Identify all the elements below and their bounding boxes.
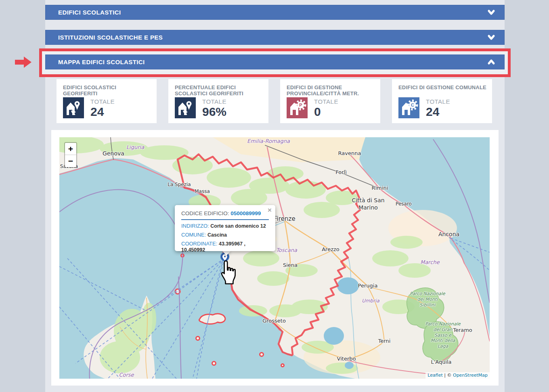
stat-title: EDIFICI DI GESTIONE PROVINCIALE/CITTÀ ME… <box>280 79 380 97</box>
totale-label: TOTALE <box>202 98 226 105</box>
popup-comune-row: COMUNE: Cascina <box>181 232 269 238</box>
totale-value: 96% <box>202 105 226 119</box>
red-arrow-annotation <box>15 56 31 68</box>
totale-value: 24 <box>426 105 439 119</box>
popup-coordinate-row: COORDINATE: 43.395967 , 10.450992 <box>181 241 269 253</box>
red-highlight-box: MAPPA EDIFICI SCOLASTICI <box>39 48 511 77</box>
popup-code-row: CODICE EDIFICIO: 0500089999 <box>181 210 269 220</box>
leaflet-map[interactable]: GenovaSavonaLiguriaEmilia-RomagnaLa Spez… <box>59 137 490 379</box>
stat-title: EDIFICI DI GESTIONE COMUNALE <box>392 79 492 90</box>
stat-card-gestione-comunale: EDIFICI DI GESTIONE COMUNALE C TOTALE 24 <box>392 79 492 123</box>
stat-card-gestione-provinciale: EDIFICI DI GESTIONE PROVINCIALE/CITTÀ ME… <box>280 79 380 123</box>
totale-label: TOTALE <box>426 98 450 105</box>
stat-title: EDIFICI SCOLASTICI GEORIFERITI <box>57 79 157 97</box>
accordion-edifici-scolastici[interactable]: EDIFICI SCOLASTICI <box>45 5 505 20</box>
leaflet-link[interactable]: Leaflet <box>427 373 442 378</box>
stat-card-percentuale: PERCENTUALE EDIFICI SCOLASTICI GEORIFERI… <box>168 79 268 123</box>
totale-label: TOTALE <box>90 98 115 105</box>
stat-card-georiferiti: EDIFICI SCOLASTICI GEORIFERITI TOTALE 24 <box>57 79 157 123</box>
popup-indirizzo-row: INDIRIZZO: Corte san domenico 12 <box>181 223 269 229</box>
chevron-down-icon <box>486 8 496 18</box>
codice-edificio-label: CODICE EDIFICIO: <box>181 210 230 216</box>
zoom-in-button[interactable]: + <box>65 143 76 155</box>
hand-cursor-icon <box>219 259 238 285</box>
accordion-label: ISTITUZIONI SCOLASTICHE E PES <box>46 34 163 41</box>
chevron-down-icon <box>486 34 496 43</box>
accordion-mappa-edifici-scolastici[interactable]: MAPPA EDIFICI SCOLASTICI <box>45 55 505 69</box>
map-popup: × CODICE EDIFICIO: 0500089999 INDIRIZZO:… <box>175 205 275 251</box>
chevron-up-icon <box>486 58 496 68</box>
map-zoom-control: + − <box>64 142 77 168</box>
zoom-out-button[interactable]: − <box>65 155 76 167</box>
accordion-istituzioni-scolastiche[interactable]: ISTITUZIONI SCOLASTICHE E PES <box>45 30 505 45</box>
totale-value: 0 <box>314 105 321 119</box>
building-pin-icon <box>175 97 196 118</box>
codice-edificio-link[interactable]: 0500089999 <box>230 210 261 216</box>
map-attribution: Leaflet | © OpenStreetMap <box>425 372 490 379</box>
map-card: GenovaSavonaLiguriaEmilia-RomagnaLa Spez… <box>51 130 499 386</box>
popup-close-icon[interactable]: × <box>268 206 272 214</box>
openstreetmap-link[interactable]: OpenStreetMap <box>453 373 488 378</box>
totale-label: TOTALE <box>314 98 338 105</box>
building-pin-icon <box>63 97 84 118</box>
building-gear-icon: C <box>398 97 419 118</box>
totale-value: 24 <box>90 105 104 119</box>
accordion-label: MAPPA EDIFICI SCOLASTICI <box>46 59 145 65</box>
stat-title: PERCENTUALE EDIFICI SCOLASTICI GEORIFERI… <box>168 79 268 97</box>
svg-text:P: P <box>299 103 302 107</box>
building-gear-icon: P <box>287 97 308 118</box>
map-base-layer <box>59 137 490 379</box>
accordion-label: EDIFICI SCOLASTICI <box>46 9 121 16</box>
page: EDIFICI SCOLASTICI ISTITUZIONI SCOLASTIC… <box>0 0 549 392</box>
svg-text:C: C <box>411 103 414 107</box>
attribution-separator: | © <box>443 373 453 378</box>
